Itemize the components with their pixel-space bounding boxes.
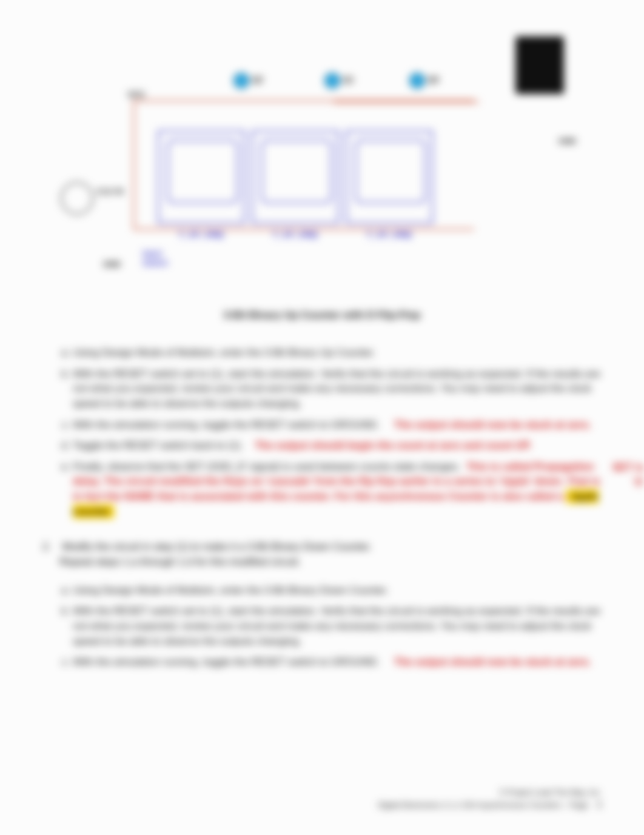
step-2c: With the simulation running, toggle the … bbox=[73, 655, 602, 670]
clock-icon bbox=[61, 182, 93, 215]
vcc-label: VCC bbox=[127, 90, 146, 99]
diagram-caption: 3-Bit Binary Up Counter with D Flip-Flop bbox=[42, 309, 602, 321]
clock-label: CLK IN bbox=[97, 187, 123, 196]
procedure-list-2: Using Design Mode of Multisim, enter the… bbox=[42, 583, 602, 670]
probe-q1-label: Q1 bbox=[343, 75, 354, 84]
step-2-intro: 2. Modify the circuit in step (1) to mak… bbox=[42, 540, 602, 569]
step-1a: Using Design Mode of Multisim, enter the… bbox=[73, 346, 602, 361]
probe-q1 bbox=[324, 73, 340, 89]
circuit-diagram: Q2 Q1 Q0 VCC GND GND T_FF_PRE T_FF_PRE T… bbox=[79, 36, 552, 303]
ff-name-2: T_FF_PRE bbox=[159, 229, 244, 240]
step-1e: Finally, observe that the SET (SSD_D' si… bbox=[73, 460, 602, 520]
step-2a: Using Design Mode of Multisim, enter the… bbox=[73, 583, 602, 599]
procedure-list-1: Using Design Mode of Multisim, enter the… bbox=[42, 346, 602, 519]
side-note: SET is'0' bbox=[612, 460, 644, 491]
gnd-label-2: GND bbox=[103, 260, 121, 269]
step-2b: With the RESET switch set to (1), start … bbox=[73, 604, 602, 649]
probe-q2 bbox=[233, 73, 249, 89]
step-1c: With the simulation running, toggle the … bbox=[73, 418, 602, 433]
step-1d: Toggle the RESET switch back to (1). The… bbox=[73, 438, 602, 454]
display-chip bbox=[515, 36, 564, 94]
gnd-label-1: GND bbox=[558, 136, 576, 146]
probe-q0 bbox=[409, 73, 425, 89]
page-footer: © Project Lead The Way, Inc. Digital Ele… bbox=[378, 787, 602, 811]
ff-name-1: T_FF_PRE bbox=[253, 229, 338, 240]
flipflop-1: T_FF_PRE bbox=[252, 130, 339, 224]
probe-q0-label: Q0 bbox=[428, 75, 439, 84]
ff-name-0: T_FF_PRE bbox=[347, 229, 432, 240]
probe-q2-label: Q2 bbox=[252, 75, 263, 84]
flipflop-0: T_FF_PRE bbox=[346, 130, 433, 224]
switch-note: Input Switch bbox=[143, 249, 168, 267]
step-1b: With the RESET switch set to (1), start … bbox=[73, 367, 602, 412]
wire-top bbox=[334, 101, 479, 102]
flipflop-2: T_FF_PRE bbox=[158, 130, 245, 224]
